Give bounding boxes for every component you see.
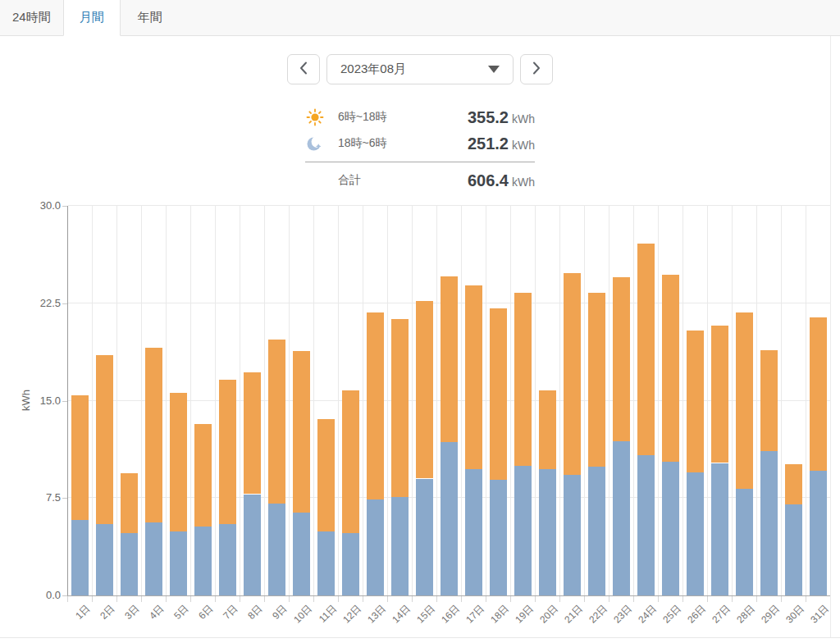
x-axis-day-label: 28日 bbox=[733, 602, 758, 627]
bar-segment-day[interactable] bbox=[244, 372, 261, 495]
bar-segment-day[interactable] bbox=[637, 244, 655, 455]
bar-segment-night[interactable] bbox=[662, 462, 679, 595]
bar-segment-day[interactable] bbox=[564, 273, 581, 474]
bar-segment-night[interactable] bbox=[687, 472, 704, 595]
bar-segment-day[interactable] bbox=[662, 275, 679, 462]
bar-segment-night[interactable] bbox=[760, 451, 778, 595]
bar-segment-night[interactable] bbox=[711, 463, 728, 596]
bar-segment-day[interactable] bbox=[367, 312, 384, 499]
bar-segment-night[interactable] bbox=[588, 467, 605, 595]
bar-segment-night[interactable] bbox=[71, 520, 89, 595]
bar-segment-night[interactable] bbox=[736, 489, 753, 595]
x-axis-day-label: 22日 bbox=[586, 602, 610, 627]
tab-bar-filler bbox=[180, 0, 840, 36]
bar-segment-night[interactable] bbox=[367, 499, 384, 595]
bar-segment-day[interactable] bbox=[514, 293, 532, 466]
x-axis-day-label: 7日 bbox=[221, 602, 241, 622]
bar-segment-night[interactable] bbox=[194, 527, 212, 595]
bar-segment-day[interactable] bbox=[687, 331, 704, 472]
bar-segment-night[interactable] bbox=[441, 442, 458, 595]
bar-segment-day[interactable] bbox=[170, 393, 187, 531]
gridline-vertical bbox=[313, 206, 314, 595]
bar-segment-day[interactable] bbox=[317, 419, 335, 532]
x-axis-tick bbox=[535, 596, 536, 602]
bar-segment-night[interactable] bbox=[219, 524, 236, 595]
bar-segment-day[interactable] bbox=[194, 424, 212, 527]
prev-month-button[interactable] bbox=[287, 54, 320, 84]
bar-segment-night[interactable] bbox=[490, 480, 507, 595]
x-axis-tick bbox=[436, 596, 437, 602]
gridline-vertical bbox=[461, 206, 462, 595]
bar-segment-day[interactable] bbox=[613, 277, 630, 441]
x-axis-day-label: 27日 bbox=[709, 602, 733, 627]
bar-segment-day[interactable] bbox=[490, 308, 507, 480]
bar-segment-night[interactable] bbox=[465, 469, 482, 595]
bar-segment-night[interactable] bbox=[564, 475, 581, 595]
bar-segment-day[interactable] bbox=[219, 380, 236, 524]
bar-segment-night[interactable] bbox=[293, 513, 310, 595]
bar-segment-day[interactable] bbox=[465, 285, 482, 470]
gridline-vertical bbox=[584, 206, 585, 595]
bar-segment-day[interactable] bbox=[539, 390, 556, 470]
nighttime-usage-row: 18時~6時 251.2kWh bbox=[305, 130, 535, 157]
gridline-vertical bbox=[658, 206, 659, 595]
x-axis-day-label: 17日 bbox=[463, 602, 487, 627]
bar-segment-night[interactable] bbox=[96, 524, 113, 595]
tab-24hours[interactable]: 24時間 bbox=[0, 0, 63, 36]
bar-segment-day[interactable] bbox=[711, 326, 728, 463]
bar-segment-day[interactable] bbox=[760, 350, 778, 452]
x-axis-day-label: 2日 bbox=[98, 602, 118, 622]
month-dropdown[interactable]: 2023年08月 bbox=[326, 54, 514, 84]
energy-bar-chart: kWh 0.07.515.022.530.01日2日3日4日5日6日7日8日9日… bbox=[0, 201, 840, 640]
bar-segment-night[interactable] bbox=[145, 522, 162, 595]
bar-segment-day[interactable] bbox=[145, 348, 162, 523]
bar-segment-day[interactable] bbox=[810, 317, 827, 471]
bar-segment-day[interactable] bbox=[416, 301, 433, 479]
tab-monthly[interactable]: 月間 bbox=[63, 0, 121, 36]
bar-segment-night[interactable] bbox=[391, 497, 409, 595]
page-right-border bbox=[830, 36, 831, 637]
x-axis-day-label: 15日 bbox=[413, 602, 438, 627]
bar-segment-night[interactable] bbox=[416, 479, 433, 596]
y-axis-tick-label: 30.0 bbox=[0, 199, 61, 212]
bar-segment-day[interactable] bbox=[785, 464, 802, 504]
bar-segment-night[interactable] bbox=[539, 469, 556, 595]
bar-segment-day[interactable] bbox=[441, 276, 458, 443]
bar-segment-day[interactable] bbox=[588, 293, 605, 467]
x-axis-day-label: 10日 bbox=[290, 602, 315, 627]
x-axis-day-label: 13日 bbox=[364, 602, 389, 627]
x-axis-day-label: 30日 bbox=[783, 602, 807, 627]
bar-segment-night[interactable] bbox=[317, 531, 335, 595]
bar-segment-day[interactable] bbox=[736, 312, 753, 489]
next-month-button[interactable] bbox=[520, 54, 553, 84]
x-axis-day-label: 6日 bbox=[196, 602, 217, 622]
bar-segment-day[interactable] bbox=[391, 319, 409, 497]
bar-segment-night[interactable] bbox=[342, 533, 359, 595]
daytime-value: 355.2 bbox=[468, 108, 509, 126]
bar-segment-day[interactable] bbox=[268, 340, 285, 504]
bar-segment-night[interactable] bbox=[121, 533, 138, 595]
bar-segment-day[interactable] bbox=[342, 390, 359, 533]
bar-segment-night[interactable] bbox=[785, 504, 802, 595]
bar-segment-night[interactable] bbox=[514, 466, 532, 595]
bar-segment-day[interactable] bbox=[96, 355, 113, 524]
gridline-vertical bbox=[682, 206, 683, 595]
x-axis-tick bbox=[92, 596, 93, 602]
gridline-vertical bbox=[289, 206, 290, 595]
bar-segment-day[interactable] bbox=[121, 473, 138, 533]
tab-yearly[interactable]: 年間 bbox=[121, 0, 180, 36]
bar-segment-night[interactable] bbox=[613, 441, 630, 595]
bar-segment-night[interactable] bbox=[637, 455, 655, 595]
x-axis-day-label: 8日 bbox=[245, 602, 266, 622]
x-axis-day-label: 20日 bbox=[536, 602, 561, 627]
bar-segment-night[interactable] bbox=[244, 495, 261, 596]
page-bottom-border bbox=[0, 637, 840, 638]
bar-segment-day[interactable] bbox=[293, 351, 310, 512]
x-axis-day-label: 16日 bbox=[438, 602, 463, 627]
x-axis-day-label: 23日 bbox=[610, 602, 635, 627]
bar-segment-night[interactable] bbox=[268, 504, 285, 595]
bar-segment-night[interactable] bbox=[170, 531, 187, 595]
x-axis-tick bbox=[313, 596, 314, 602]
bar-segment-day[interactable] bbox=[71, 395, 89, 520]
bar-segment-night[interactable] bbox=[810, 471, 827, 595]
